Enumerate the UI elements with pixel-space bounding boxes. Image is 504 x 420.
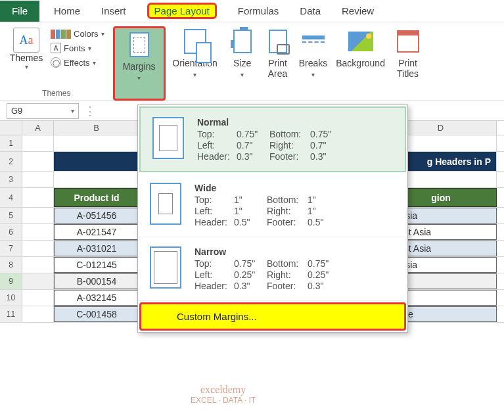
formula-bar-expand[interactable]: ⋮ [84,104,97,118]
option-title: Narrow [195,246,398,257]
effects-icon: ◯ [51,57,61,68]
cell[interactable]: C-001458 [54,306,139,322]
fonts-button[interactable]: A Fonts▾ [49,41,106,55]
margins-option-normal[interactable]: Normal Top:0.75"Bottom:0.75" Left:0.7"Ri… [139,106,406,172]
margins-wide-icon [150,183,181,225]
row-header[interactable]: 2 [0,152,22,171]
chevron-down-icon: ▾ [93,59,96,66]
breaks-label: Breaks [299,58,328,68]
margins-dropdown: Normal Top:0.75"Bottom:0.75" Left:0.7"Ri… [137,105,408,333]
tab-data[interactable]: Data [289,5,331,16]
option-title: Normal [197,117,396,128]
margins-option-wide[interactable]: Wide Top:1"Bottom:1" Left:1"Right:1" Hea… [138,174,407,237]
row-header[interactable]: 11 [0,306,22,322]
row-header[interactable]: 8 [0,257,22,273]
tab-formulas[interactable]: Formulas [227,5,290,16]
breaks-icon [302,32,325,51]
row-header[interactable]: 5 [0,208,22,223]
margins-label: Margins [123,61,156,72]
watermark: exceldemy EXCEL · DATA · IT [191,384,256,405]
row-header[interactable]: 7 [0,241,22,256]
print-titles-icon [397,30,419,53]
name-box[interactable]: G9 ▾ [7,103,79,119]
row-header[interactable]: 1 [0,135,22,151]
margins-normal-icon [152,117,184,159]
background-label: Background [336,58,385,68]
themes-button[interactable]: Aa Themes ▾ [7,26,46,79]
orientation-icon [184,29,206,54]
tab-review[interactable]: Review [331,5,384,16]
col-header-B[interactable]: B [54,121,139,135]
effects-button[interactable]: ◯ Effects▾ [49,56,106,69]
fonts-icon: A [51,43,61,53]
file-tab[interactable]: File [0,1,39,22]
size-icon [233,30,252,53]
group-themes: Aa Themes ▾ Colors▾ A Fonts▾ ◯ Effects▾ [0,26,113,101]
themes-icon: Aa [13,28,39,53]
chevron-down-icon: ▾ [101,30,104,37]
row-header[interactable]: 9 [0,273,22,289]
margins-narrow-icon [150,246,181,289]
tab-page-layout[interactable]: Page Layout [137,5,227,16]
print-area-button[interactable]: Print Area [260,26,296,101]
margins-icon [129,32,149,57]
print-titles-label: Print Titles [397,58,419,79]
group-label-themes: Themes [42,87,70,101]
select-all-corner[interactable] [0,121,22,135]
table-header: Product Id [54,188,139,207]
margins-option-narrow[interactable]: Narrow Top:0.75"Bottom:0.75" Left:0.25"R… [138,237,407,301]
background-button[interactable]: Background [331,26,390,101]
row-header[interactable]: 3 [0,172,22,187]
tab-page-layout-label: Page Layout [147,3,217,19]
colors-icon [51,30,71,39]
row-header[interactable]: 10 [0,290,22,306]
chevron-down-icon: ▾ [25,63,28,70]
name-box-value: G9 [11,106,22,116]
chevron-down-icon: ▾ [137,74,141,82]
cell[interactable]: A-051456 [54,208,139,223]
tab-insert[interactable]: Insert [91,5,137,16]
colors-label: Colors [74,29,99,39]
margins-button[interactable]: Margins ▾ [113,26,166,101]
colors-button[interactable]: Colors▾ [49,28,106,40]
background-icon [348,32,373,51]
breaks-button[interactable]: Breaks ▾ [296,26,331,101]
print-titles-button[interactable]: Print Titles [390,26,426,101]
row-header[interactable]: 6 [0,224,22,240]
chevron-down-icon: ▾ [311,71,315,78]
cell[interactable]: A-031021 [54,241,139,256]
cell[interactable]: B-000154 [54,273,139,289]
chevron-down-icon: ▾ [88,45,91,52]
chevron-down-icon: ▾ [71,107,74,114]
chevron-down-icon: ▾ [193,71,196,78]
row-header[interactable]: 4 [0,188,22,207]
cell[interactable]: C-012145 [54,257,139,273]
cell[interactable]: A-021547 [54,224,139,240]
custom-margins-button[interactable]: Custom Margins... [139,302,406,331]
print-area-label: Print Area [268,58,288,79]
orientation-button[interactable]: Orientation ▾ [166,26,225,101]
cell[interactable]: A-032145 [54,290,139,306]
size-button[interactable]: Size ▾ [225,26,260,101]
fonts-label: Fonts [64,43,85,53]
chevron-down-icon: ▾ [241,71,244,78]
size-label: Size [233,58,251,68]
col-header-A[interactable]: A [22,121,54,135]
print-area-icon [269,30,287,53]
option-title: Wide [195,183,398,193]
themes-label: Themes [10,53,43,63]
effects-label: Effects [64,58,90,68]
tab-home[interactable]: Home [43,5,91,16]
